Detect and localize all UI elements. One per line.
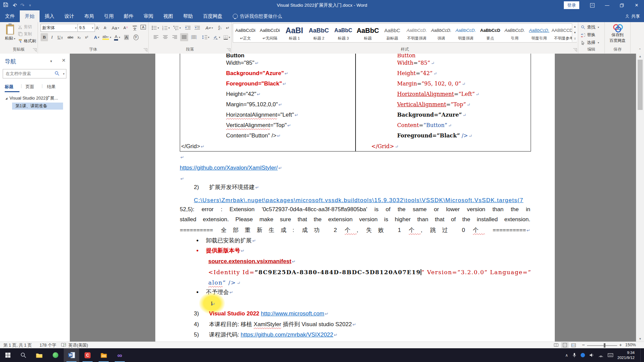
style-normal[interactable]: AaBbCcDi↵正文 (233, 24, 258, 42)
nav-tab-results[interactable]: 结果 (47, 84, 56, 90)
styles-gallery-scroll[interactable]: ▲▼⇳ (572, 23, 578, 42)
replace-button[interactable]: abac 替换 (581, 32, 599, 38)
nav-tab-pages[interactable]: 页面 (25, 84, 34, 90)
taskbar-clock[interactable]: 9:34 2021/9/12 (618, 350, 636, 360)
clear-formatting-button[interactable]: A (122, 24, 130, 32)
touch-keyboard-icon[interactable] (608, 353, 613, 357)
microphone-icon[interactable] (573, 353, 576, 358)
zoom-out-button[interactable]: − (582, 342, 585, 348)
find-button[interactable]: 查找▾ (581, 24, 599, 30)
style-title[interactable]: AaBbC标题 (356, 24, 380, 42)
format-painter-button[interactable]: 格式刷 (18, 38, 36, 44)
style-quote[interactable]: AaBbCcD.引用 (502, 24, 527, 42)
save-to-baidu-button[interactable]: 保存到 百度网盘 (605, 23, 630, 44)
show-hide-marks-button[interactable]: ↵ (224, 24, 231, 32)
style-intense-emphasis[interactable]: AaBbCcD.明显强调 (453, 24, 478, 42)
scroll-up-icon[interactable]: ▲ (638, 55, 643, 58)
underline-button[interactable]: U▾ (55, 33, 65, 41)
collapse-triangle-icon[interactable]: ◢ (5, 97, 7, 100)
shading-button[interactable]: ▾ (212, 33, 222, 41)
zoom-in-button[interactable]: + (619, 342, 622, 348)
font-name-combobox[interactable]: 新宋体▾ (41, 24, 78, 32)
notification-center-strip[interactable] (640, 348, 644, 362)
search-icon[interactable] (55, 71, 59, 77)
nav-tab-headings[interactable]: 标题 (5, 84, 13, 90)
paste-button[interactable]: 粘贴▾ (3, 24, 17, 46)
tab-references[interactable]: 引用 (99, 10, 119, 22)
clipboard-dialog-launcher[interactable] (33, 48, 37, 52)
style-strong[interactable]: AaBbCcD要点 (478, 24, 502, 42)
tab-view[interactable]: 视图 (158, 10, 178, 22)
paragraph-dialog-launcher[interactable] (227, 48, 230, 52)
font-color-button[interactable]: A▾ (112, 33, 122, 41)
network-icon[interactable] (598, 353, 603, 357)
style-intense-quote[interactable]: AaBbCcD.明显引用 (527, 24, 551, 42)
subscript-button[interactable]: x₂ (75, 33, 83, 41)
style-heading1[interactable]: AaBI标题 1 (282, 24, 307, 42)
start-button[interactable] (0, 348, 15, 362)
tab-file[interactable]: 文件 (0, 10, 20, 22)
decrease-indent-button[interactable] (183, 24, 192, 32)
restore-button[interactable] (614, 0, 629, 10)
word-taskbar-button[interactable]: W (64, 348, 79, 362)
list-item-5[interactable]: 5)课程源代码: https://github.com/zmrbak/VSIX2… (194, 329, 337, 340)
scroll-down-icon[interactable]: ▼ (638, 337, 643, 341)
read-mode-icon[interactable] (552, 342, 560, 348)
ribbon-display-options-icon[interactable] (585, 0, 600, 10)
sign-in-button[interactable]: 登录 (564, 1, 579, 9)
orange-app-button[interactable] (96, 348, 111, 362)
shrink-font-button[interactable]: Aˇ (102, 24, 109, 32)
strikethrough-button[interactable]: abc (65, 33, 75, 41)
document-search-box[interactable]: 在文档中搜索 ▾ (3, 69, 66, 78)
select-button[interactable]: 选择▾ (581, 40, 599, 46)
cctalk-button[interactable]: C (80, 348, 95, 362)
phonetic-guide-button[interactable]: wén文 (130, 24, 139, 32)
print-layout-icon[interactable] (561, 342, 569, 348)
navigation-close-icon[interactable]: ✕ (62, 58, 66, 63)
character-border-button[interactable]: A (139, 23, 147, 31)
sort-button[interactable]: AZ↓ (216, 24, 224, 32)
line-spacing-button[interactable]: ▾ (200, 33, 211, 41)
hidden-icons-chevron[interactable]: ∧ (565, 353, 568, 358)
proofing-icon[interactable] (61, 343, 66, 348)
justify-button[interactable] (180, 33, 188, 41)
speaker-icon[interactable] (589, 353, 594, 357)
collapse-ribbon-icon[interactable]: ⌃ (639, 48, 641, 52)
style-subtle-emphasis[interactable]: AaBbCcD.不明显强调 (405, 24, 429, 42)
style-emphasis[interactable]: AaBbCcD.强调 (429, 24, 453, 42)
font-size-combobox[interactable]: 9.5▾ (77, 24, 95, 32)
enclose-characters-button[interactable]: 字 (132, 33, 140, 41)
minimize-button[interactable]: — (600, 0, 614, 10)
tab-mailings[interactable]: 邮件 (119, 10, 139, 22)
text-effects-button[interactable]: A▾ (92, 33, 101, 41)
bold-button[interactable]: B (41, 33, 48, 41)
highlight-color-button[interactable]: ab✏▾ (102, 33, 112, 41)
asian-layout-button[interactable]: A⇄▾ (204, 24, 215, 32)
nav-heading-root[interactable]: ◢ Visual Studio 2022扩展... (5, 95, 58, 101)
zoom-slider[interactable] (587, 345, 617, 346)
search-options-icon[interactable]: ▾ (63, 72, 64, 75)
zoom-level[interactable]: 150% (625, 343, 636, 347)
superscript-button[interactable]: x² (83, 33, 90, 41)
style-heading2[interactable]: AaBbC标题 2 (307, 24, 331, 42)
tab-design[interactable]: 设计 (59, 10, 79, 22)
hyperlink-xamlstyler[interactable]: https://github.com/Xavalon/XamlStyler/↵ (180, 163, 282, 173)
grow-font-button[interactable]: Aˆ (94, 24, 102, 32)
list-item-3[interactable]: 3)Visual Studio 2022 http://www.microsof… (194, 308, 329, 319)
file-explorer-button[interactable] (32, 348, 47, 362)
vertical-scrollbar[interactable]: ▲ ▼ (636, 54, 644, 342)
increase-indent-button[interactable] (193, 24, 202, 32)
scrollbar-thumb[interactable] (638, 60, 643, 110)
baidu-tray-icon[interactable] (581, 353, 585, 357)
numbering-button[interactable]: 123▾ (161, 24, 171, 32)
multilevel-list-button[interactable]: ▾ (172, 24, 182, 32)
tab-review[interactable]: 审阅 (139, 10, 158, 22)
tab-home[interactable]: 开始 (20, 10, 40, 22)
close-button[interactable]: ✕ (629, 0, 644, 10)
share-button[interactable]: 共享 (625, 10, 640, 22)
align-right-button[interactable] (171, 33, 179, 41)
italic-button[interactable]: I (49, 33, 55, 41)
navigation-options-icon[interactable]: ▼ (50, 60, 53, 63)
zoom-slider-thumb[interactable] (604, 343, 605, 348)
tab-baidu-netdisk[interactable]: 百度网盘 (198, 10, 227, 22)
